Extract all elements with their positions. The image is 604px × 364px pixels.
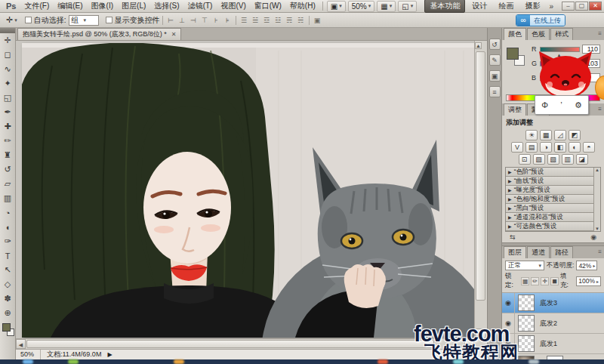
distribute-top-icon[interactable]: ☰ (239, 17, 250, 24)
photo-woman-with-cat[interactable] (22, 43, 474, 338)
zoom-tool[interactable]: ⊕ (0, 306, 15, 320)
lock-position-icon[interactable]: ✛ (541, 277, 549, 285)
menu-item-file[interactable]: 文件(F) (20, 0, 53, 12)
current-tool-button[interactable]: ✛ ▾ (3, 15, 20, 25)
restore-button[interactable]: ▢ (575, 2, 588, 11)
clone-source-panel-icon[interactable]: ▣ (489, 70, 501, 82)
align-left-icon[interactable]: ⊢ (165, 17, 177, 24)
eyedropper-tool[interactable]: ✒ (0, 105, 15, 119)
hand-tool[interactable]: ✽ (0, 292, 15, 306)
clone-stamp-tool[interactable]: ♜ (0, 148, 15, 162)
horizontal-scroll-thumb[interactable] (26, 340, 434, 348)
scroll-up-icon[interactable]: ▲ (475, 42, 482, 49)
screen-mode-button[interactable]: ◱ ▾ (398, 1, 417, 12)
eye-icon[interactable]: ◉ (502, 293, 515, 313)
layer-thumbnail[interactable] (518, 295, 535, 311)
tab-swatches[interactable]: 色板 (527, 28, 550, 40)
opacity-field[interactable]: 42% ▸ (576, 261, 597, 270)
align-top-icon[interactable]: ⊤ (199, 17, 211, 24)
distribute-bottom-icon[interactable]: ☲ (261, 17, 273, 24)
expand-icon[interactable]: ▶ (508, 178, 512, 184)
document-tab[interactable]: 抱猫美女转手绘.psd @ 50% (底发3, RGB/8位) * ✕ (17, 28, 181, 40)
expand-icon[interactable]: ▶ (508, 214, 512, 220)
selective-color-icon[interactable]: ◪ (576, 154, 588, 165)
black-white-icon[interactable]: ◧ (554, 142, 566, 153)
workspace-painting[interactable]: 绘画 (494, 0, 518, 12)
invert-icon[interactable]: ⊡ (519, 154, 531, 165)
photo-filter-icon[interactable]: ◐ (569, 142, 581, 153)
brush-panel-icon[interactable]: ✎ (489, 54, 501, 66)
layer-row-difa3[interactable]: ◉ 底发3 (502, 293, 604, 313)
history-brush-tool[interactable]: ↺ (0, 162, 15, 177)
distribute-right-icon[interactable]: ☵ (295, 17, 307, 24)
auto-select-mode-dropdown[interactable]: 组 ▾ (69, 15, 99, 26)
zoom-level-dropdown[interactable]: 50% ▾ (348, 1, 375, 12)
move-tool[interactable]: ✛ (0, 33, 15, 48)
preset-black-white[interactable]: ▶“黑白”预设 (506, 204, 600, 213)
close-icon[interactable]: ✕ (171, 31, 177, 38)
layer-row-difa1[interactable]: ◉ 底发1 (502, 334, 604, 354)
gradient-map-icon[interactable]: ▥ (562, 154, 574, 165)
align-bottom-icon[interactable]: ⊧ (222, 17, 233, 24)
healing-brush-tool[interactable]: ✚ (0, 119, 15, 134)
tab-color[interactable]: 颜色 (504, 28, 526, 40)
align-middle-icon[interactable]: ⊦ (211, 17, 222, 24)
type-tool[interactable]: T (0, 248, 15, 263)
auto-select-checkbox[interactable] (25, 17, 32, 23)
distribute-middle-icon[interactable]: ☱ (250, 17, 261, 24)
presets-scrollbar[interactable]: ▲ ▼ (593, 168, 600, 231)
path-select-tool[interactable]: ↖ (0, 263, 15, 277)
brightness-contrast-icon[interactable]: ☀ (525, 130, 538, 140)
curves-icon[interactable]: ◿ (554, 130, 566, 140)
shape-tool[interactable]: ◇ (0, 277, 15, 292)
tab-channels[interactable]: 通道 (527, 246, 550, 258)
levels-icon[interactable]: ▦ (540, 130, 552, 140)
spinner-icon[interactable]: ▸ (593, 263, 595, 268)
channel-mixer-icon[interactable]: ◓ (583, 142, 595, 153)
workspace-essentials[interactable]: 基本功能 (424, 0, 465, 13)
status-zoom-field[interactable]: 50% (16, 350, 41, 359)
eye-icon[interactable]: ◉ (502, 313, 515, 333)
workspace-design[interactable]: 设计 (467, 0, 492, 12)
brush-tool[interactable]: ✏ (0, 134, 15, 148)
eye-icon[interactable]: ◉ (502, 334, 515, 353)
scroll-up-icon[interactable]: ▲ (594, 168, 600, 172)
threshold-icon[interactable]: ▧ (547, 154, 559, 165)
vibrance-icon[interactable]: V (511, 142, 523, 153)
launch-bridge-button[interactable]: ▣ ▾ (327, 1, 346, 12)
expand-icon[interactable]: ▶ (508, 224, 512, 229)
toggle-visibility-icon[interactable]: ◉ (590, 233, 596, 241)
quick-select-tool[interactable]: ✦ (0, 76, 15, 91)
blend-mode-dropdown[interactable]: 正常 ▾ (505, 261, 544, 270)
foreground-color-swatch[interactable] (507, 48, 519, 60)
info-panel-icon[interactable]: ≡ (489, 86, 501, 97)
expand-icon[interactable]: ▶ (508, 196, 512, 202)
preset-channel-mixer[interactable]: ▶“通道混和器”预设 (506, 213, 600, 222)
layer-row-difa2[interactable]: ◉ 底发2 (502, 313, 604, 334)
online-upload-button[interactable]: ∞ 在线上传 (516, 14, 565, 26)
spinner-icon[interactable]: ▸ (596, 279, 599, 284)
pen-tool[interactable]: ✑ (0, 234, 15, 248)
arrange-documents-button[interactable]: ▦ ▾ (377, 1, 396, 12)
scroll-left-icon[interactable]: ◀ (16, 339, 26, 349)
crop-tool[interactable]: ◱ (0, 91, 15, 105)
return-to-list-icon[interactable]: ⇆ (510, 233, 516, 241)
toolbox-grip[interactable] (0, 28, 15, 33)
scroll-right-icon[interactable]: ▶ (464, 339, 474, 349)
expand-icon[interactable]: ▶ (508, 169, 512, 174)
layer-thumbnail[interactable] (518, 335, 535, 352)
lock-all-icon[interactable]: ◼ (550, 277, 559, 285)
tab-paths[interactable]: 路径 (550, 246, 573, 258)
distribute-center-icon[interactable]: ☴ (284, 17, 295, 24)
vertical-scrollbar[interactable]: ▲ ▼ (474, 41, 486, 338)
expand-icon[interactable]: ▶ (508, 187, 512, 193)
lasso-tool[interactable]: ∿ (0, 62, 15, 76)
lock-transparency-icon[interactable]: ▦ (521, 277, 529, 285)
menu-item-edit[interactable]: 编辑(E) (54, 0, 86, 12)
history-panel-icon[interactable]: ↺ (489, 39, 501, 50)
menu-item-select[interactable]: 选择(S) (150, 0, 183, 12)
preset-levels[interactable]: ▶“色阶”预设 (506, 168, 600, 177)
exposure-icon[interactable]: ◩ (569, 130, 581, 140)
panel-menu-icon[interactable]: ≡ (598, 248, 602, 255)
preset-selective-color[interactable]: ▶“可选颜色”预设 (506, 222, 600, 231)
